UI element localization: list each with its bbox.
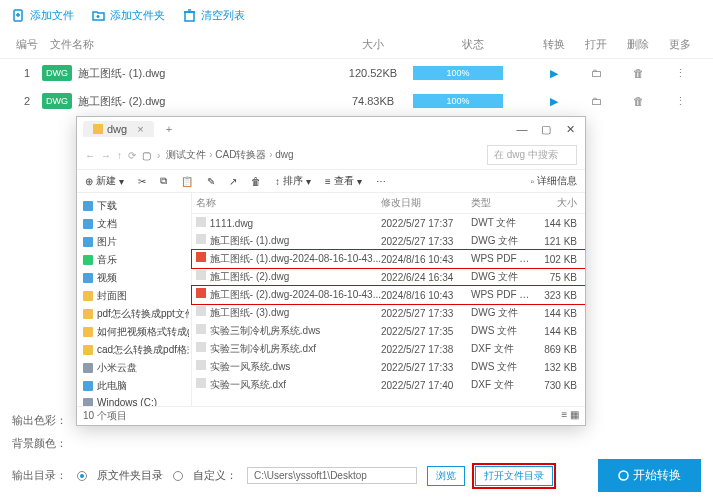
table-row[interactable]: 1 DWG施工图纸- (1).dwg 120.52KB 100% ▶ 🗀 🗑 ⋮ — [0, 59, 713, 87]
browse-button[interactable]: 浏览 — [427, 466, 465, 486]
window-close-button[interactable]: ✕ — [561, 123, 579, 136]
head-date[interactable]: 修改日期 — [381, 196, 471, 210]
file-date: 2022/5/27 17:38 — [381, 344, 471, 355]
open-button[interactable]: 🗀 — [575, 95, 617, 107]
sidebar-item[interactable]: 图片 — [79, 233, 189, 251]
folder-icon — [93, 124, 103, 134]
head-name[interactable]: 名称 — [196, 196, 381, 210]
nav-back-icon[interactable]: ← — [85, 150, 95, 161]
file-icon — [196, 360, 206, 370]
file-row[interactable]: 1111.dwg 2022/5/27 17:37 DWT 文件 144 KB — [192, 214, 585, 232]
file-size: 75 KB — [531, 272, 581, 283]
add-file-button[interactable]: 添加文件 — [12, 8, 74, 23]
file-size: 730 KB — [531, 380, 581, 391]
row-size: 120.52KB — [333, 67, 413, 79]
output-path-input[interactable] — [247, 467, 417, 484]
file-open-dialog: dwg × + — ▢ ✕ ← → ↑ ⟳ ▢ › 测试文件 › CAD转换器 … — [76, 116, 586, 426]
row-name: DWG施工图纸- (2).dwg — [42, 93, 333, 109]
delete-button[interactable]: 🗑 — [617, 95, 659, 107]
sidebar-item[interactable]: 如何把视频格式转成gif — [79, 323, 189, 341]
window-minimize-button[interactable]: — — [513, 123, 531, 135]
more-icon[interactable]: ⋯ — [376, 176, 386, 187]
delete-icon[interactable]: 🗑 — [251, 176, 261, 187]
tab-close-icon[interactable]: × — [137, 123, 143, 135]
nav-forward-icon[interactable]: → — [101, 150, 111, 161]
view-button[interactable]: ≡ 查看 ▾ — [325, 174, 362, 188]
file-row[interactable]: 施工图纸- (2).dwg-2024-08-16-10-43... 2024/8… — [192, 286, 585, 304]
svg-point-8 — [619, 471, 628, 480]
file-name: 施工图纸- (3).dwg — [196, 306, 381, 320]
list-header: 编号 文件名称 大小 状态 转换 打开 删除 更多 — [0, 31, 713, 59]
sidebar-icon — [83, 201, 93, 211]
breadcrumb[interactable]: 测试文件 › CAD转换器 › dwg — [166, 148, 293, 162]
cut-icon[interactable]: ✂ — [138, 176, 146, 187]
sidebar-item[interactable]: pdf怎么转换成ppt文件 — [79, 305, 189, 323]
file-name: 实验一风系统.dxf — [196, 378, 381, 392]
file-row[interactable]: 施工图纸- (2).dwg 2022/6/24 16:34 DWG 文件 75 … — [192, 268, 585, 286]
svg-rect-5 — [185, 12, 194, 21]
file-row[interactable]: 施工图纸- (1).dwg-2024-08-16-10-43... 2024/8… — [192, 250, 585, 268]
sidebar-icon — [83, 273, 93, 283]
table-row[interactable]: 2 DWG施工图纸- (2).dwg 74.83KB 100% ▶ 🗀 🗑 ⋮ — [0, 87, 713, 115]
file-name: 1111.dwg — [196, 217, 381, 229]
file-row[interactable]: 施工图纸- (1).dwg 2022/5/27 17:33 DWG 文件 121… — [192, 232, 585, 250]
window-maximize-button[interactable]: ▢ — [537, 123, 555, 136]
file-row[interactable]: 实验三制冷机房系统.dws 2022/5/27 17:35 DWS 文件 144… — [192, 322, 585, 340]
details-button[interactable]: ▫ 详细信息 — [530, 174, 577, 188]
sidebar-item[interactable]: 视频 — [79, 269, 189, 287]
file-row[interactable]: 施工图纸- (3).dwg 2022/5/27 17:33 DWG 文件 144… — [192, 304, 585, 322]
sidebar-item[interactable]: 下载 — [79, 197, 189, 215]
file-size: 144 KB — [531, 218, 581, 229]
nav-home-icon[interactable]: ▢ — [142, 150, 151, 161]
rename-icon[interactable]: ✎ — [207, 176, 215, 187]
file-type: DWG 文件 — [471, 234, 531, 248]
file-date: 2022/6/24 16:34 — [381, 272, 471, 283]
dialog-file-list: 名称 修改日期 类型 大小 1111.dwg 2022/5/27 17:37 D… — [192, 193, 585, 406]
delete-button[interactable]: 🗑 — [617, 67, 659, 79]
head-type[interactable]: 类型 — [471, 196, 531, 210]
convert-button[interactable]: ▶ — [533, 95, 575, 108]
row-status: 100% — [413, 94, 533, 108]
new-button[interactable]: ⊕ 新建 ▾ — [85, 174, 124, 188]
file-name: 施工图纸- (2).dwg — [196, 270, 381, 284]
paste-icon[interactable]: 📋 — [181, 176, 193, 187]
sort-button[interactable]: ↕ 排序 ▾ — [275, 174, 311, 188]
sidebar-item[interactable]: 封面图 — [79, 287, 189, 305]
more-button[interactable]: ⋮ — [659, 95, 701, 108]
sidebar-item[interactable]: 文档 — [79, 215, 189, 233]
sidebar-item[interactable]: 此电脑 — [79, 377, 189, 395]
add-file-label: 添加文件 — [30, 8, 74, 23]
sidebar-item[interactable]: Windows (C:) — [79, 395, 189, 406]
copy-icon[interactable]: ⧉ — [160, 175, 167, 187]
more-button[interactable]: ⋮ — [659, 67, 701, 80]
open-folder-button[interactable]: 打开文件目录 — [475, 466, 553, 486]
start-convert-button[interactable]: 开始转换 — [598, 459, 701, 492]
head-size[interactable]: 大小 — [531, 196, 581, 210]
sidebar-icon — [83, 398, 93, 407]
share-icon[interactable]: ↗ — [229, 176, 237, 187]
tab-add-icon[interactable]: + — [160, 123, 178, 135]
open-button[interactable]: 🗀 — [575, 67, 617, 79]
clear-list-button[interactable]: 清空列表 — [183, 8, 245, 23]
foot-view-icons[interactable]: ≡ ▦ — [561, 409, 579, 423]
sidebar-item[interactable]: 音乐 — [79, 251, 189, 269]
sidebar-item[interactable]: 小米云盘 — [79, 359, 189, 377]
dialog-search-input[interactable]: 在 dwg 中搜索 — [487, 145, 577, 165]
file-row[interactable]: 实验三制冷机房系统.dxf 2022/5/27 17:38 DXF 文件 869… — [192, 340, 585, 358]
nav-refresh-icon[interactable]: ⟳ — [128, 150, 136, 161]
dialog-tab[interactable]: dwg × — [83, 121, 154, 137]
radio-original-folder[interactable] — [77, 471, 87, 481]
file-row[interactable]: 实验一风系统.dws 2022/5/27 17:33 DWS 文件 132 KB — [192, 358, 585, 376]
file-date: 2022/5/27 17:33 — [381, 236, 471, 247]
foot-count: 10 个项目 — [83, 409, 127, 423]
file-icon — [196, 324, 206, 334]
add-folder-button[interactable]: 添加文件夹 — [92, 8, 165, 23]
convert-button[interactable]: ▶ — [533, 67, 575, 80]
dwg-badge-icon: DWG — [42, 93, 72, 109]
sidebar-item[interactable]: cad怎么转换成pdf格式 — [79, 341, 189, 359]
clear-list-icon — [183, 9, 197, 23]
nav-up-icon[interactable]: ↑ — [117, 150, 122, 161]
file-size: 144 KB — [531, 308, 581, 319]
radio-custom[interactable] — [173, 471, 183, 481]
file-row[interactable]: 实验一风系统.dxf 2022/5/27 17:40 DXF 文件 730 KB — [192, 376, 585, 394]
